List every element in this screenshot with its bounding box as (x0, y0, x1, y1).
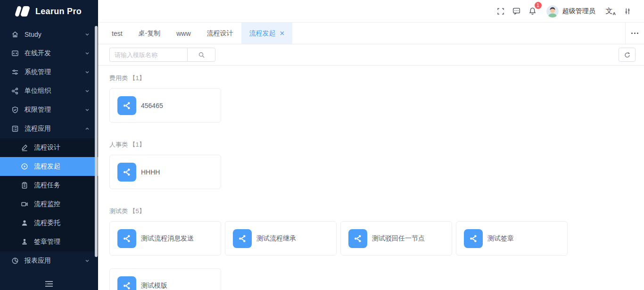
chevron-up-icon (85, 126, 90, 131)
close-icon[interactable] (280, 31, 284, 35)
template-card[interactable]: 测试驳回任一节点 (340, 221, 452, 256)
top-navbar: 1 超级管理员 文A (98, 0, 644, 23)
template-card[interactable]: 456465 (109, 88, 221, 123)
clipboard-icon (21, 182, 28, 189)
chevron-down-icon (85, 70, 90, 75)
sidebar-item-label: 流程发起 (34, 162, 90, 171)
tab-test[interactable]: test (104, 23, 131, 44)
template-name: 456465 (141, 102, 163, 109)
chevron-down-icon (85, 51, 90, 56)
tab-process-design[interactable]: 流程设计 (199, 23, 241, 44)
sidebar-item-label: 权限管理 (25, 106, 85, 114)
refresh-icon (624, 51, 631, 58)
card-row: 测试流程消息发送 测试流程继承 测试驳回任一节点 测试签章 (109, 221, 633, 290)
sidebar-item-signature-mgmt[interactable]: 签章管理 (0, 232, 98, 251)
sidebar-item-process-design[interactable]: 流程设计 (0, 138, 98, 157)
avatar[interactable] (546, 5, 559, 17)
chevron-down-icon (85, 32, 90, 37)
share-icon (117, 276, 136, 290)
template-card[interactable]: 测试模版 (109, 268, 221, 290)
sidebar-item-permission[interactable]: 权限管理 (0, 100, 98, 119)
sidebar-item-label: 流程委托 (34, 219, 90, 227)
main-area: 1 超级管理员 文A test 桌-复制 www 流程设计 流程发起 (98, 0, 644, 290)
template-card[interactable]: 测试流程消息发送 (109, 221, 221, 256)
stamp-icon (21, 238, 28, 246)
sidebar-item-process-task[interactable]: 流程任务 (0, 176, 98, 195)
fullscreen-icon[interactable] (493, 0, 509, 23)
category-section: 测试类 【5】 测试流程消息发送 测试流程继承 测试驳回任一节点 (109, 207, 633, 290)
sidebar-item-process-app[interactable]: 流程应用 (0, 119, 98, 138)
code-window-icon (11, 50, 19, 57)
toolbar (98, 44, 644, 66)
bell-icon[interactable]: 1 (525, 0, 541, 23)
user-icon (21, 219, 28, 227)
play-circle-icon (21, 163, 28, 170)
sidebar-item-study[interactable]: Study (0, 25, 98, 44)
tabs-more-button[interactable] (625, 23, 644, 44)
share-icon (117, 229, 136, 248)
sidebar-item-label: 在线开发 (25, 49, 85, 58)
chevron-down-icon (85, 89, 90, 93)
card-row: 456465 (109, 88, 633, 123)
sidebar-item-label: 流程应用 (25, 124, 85, 133)
refresh-button[interactable] (619, 48, 636, 62)
logo-text: Learun Pro (35, 7, 82, 17)
sidebar-item-label: 系统管理 (25, 68, 85, 76)
template-name: 测试驳回任一节点 (372, 234, 425, 243)
sidebar-item-online-dev[interactable]: 在线开发 (0, 44, 98, 63)
share-icon (117, 96, 136, 115)
sidebar: Learun Pro Study 在线开发 (0, 0, 98, 290)
video-camera-icon (21, 200, 28, 208)
template-name: HHHH (141, 168, 160, 176)
template-name: 测试流程继承 (256, 234, 296, 243)
template-name: 测试模版 (141, 282, 167, 290)
share-icon (464, 229, 483, 248)
settings-sliders-icon[interactable] (619, 0, 636, 23)
tabs: test 桌-复制 www 流程设计 流程发起 (98, 23, 625, 44)
template-card[interactable]: HHHH (109, 155, 221, 189)
tab-process-initiate[interactable]: 流程发起 (241, 23, 292, 44)
tab-label: 桌-复制 (139, 29, 161, 38)
message-icon[interactable] (509, 0, 525, 23)
template-card[interactable]: 测试签章 (456, 221, 568, 256)
shield-check-icon (11, 106, 19, 114)
template-list: 费用类 【1】 456465 人事类 【1】 HHHH (98, 66, 644, 290)
card-row: HHHH (109, 155, 633, 189)
share-icon (117, 163, 136, 182)
sidebar-item-process-initiate[interactable]: 流程发起 (0, 157, 98, 176)
chevron-down-icon (85, 108, 90, 112)
tab-label: test (112, 30, 123, 37)
sidebar-item-report-app[interactable]: 报表应用 (0, 251, 98, 270)
tab-copy[interactable]: 桌-复制 (131, 23, 169, 44)
search-input[interactable] (109, 48, 187, 62)
collapse-sidebar-icon[interactable] (0, 281, 98, 287)
tab-www[interactable]: www (168, 23, 198, 44)
app-logo[interactable]: Learun Pro (0, 0, 98, 23)
sidebar-item-process-delegate[interactable]: 流程委托 (0, 214, 98, 232)
sidebar-item-label: 报表应用 (25, 257, 85, 265)
share-icon (233, 229, 252, 248)
notification-badge: 1 (535, 2, 542, 9)
sidebar-menu: Study 在线开发 系统管理 单 (0, 23, 98, 270)
sidebar-item-org[interactable]: 单位组织 (0, 82, 98, 100)
tab-bar: test 桌-复制 www 流程设计 流程发起 (98, 23, 644, 44)
search-group (109, 48, 215, 62)
pie-chart-icon (11, 257, 19, 265)
tab-label: 流程发起 (249, 29, 276, 38)
share-nodes-icon (11, 87, 19, 95)
sidebar-scrollbar[interactable] (95, 26, 98, 257)
sidebar-item-label: Study (25, 31, 85, 38)
sidebar-submenu-process: 流程设计 流程发起 流程任务 (0, 138, 98, 251)
translate-icon[interactable]: 文A (602, 7, 620, 16)
username[interactable]: 超级管理员 (562, 7, 595, 16)
sidebar-item-system-mgmt[interactable]: 系统管理 (0, 63, 98, 82)
template-card[interactable]: 测试流程继承 (225, 221, 337, 256)
template-name: 测试流程消息发送 (141, 234, 194, 243)
category-title: 费用类 【1】 (109, 74, 633, 83)
search-icon (198, 51, 205, 58)
pen-icon (21, 144, 28, 151)
sidebar-item-label: 流程设计 (34, 143, 90, 152)
sidebar-item-process-monitor[interactable]: 流程监控 (0, 195, 98, 214)
category-title: 人事类 【1】 (109, 141, 633, 149)
search-button[interactable] (187, 48, 215, 62)
